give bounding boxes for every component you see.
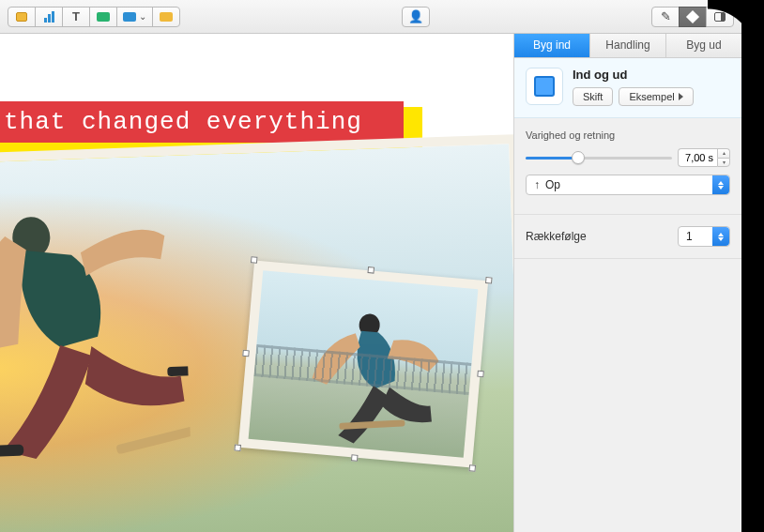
insert-text-button[interactable]: T	[62, 7, 90, 27]
svg-rect-1	[167, 366, 191, 376]
order-select[interactable]: 1	[678, 226, 730, 247]
format-inspector-button[interactable]: ✎	[651, 7, 680, 27]
tab-action[interactable]: Handling	[590, 34, 666, 57]
collaborate-button[interactable]: 👤	[402, 7, 430, 27]
effect-name: Ind og ud	[573, 68, 730, 82]
toolbar: T ⌄ 👤 ✎	[0, 0, 741, 34]
insert-chart-button[interactable]	[35, 7, 63, 27]
effect-summary: Ind og ud Skift Eksempel	[514, 58, 741, 118]
order-label: Rækkefølge	[526, 230, 587, 243]
svg-rect-2	[0, 445, 23, 457]
direction-select[interactable]: ↑ Op	[526, 175, 730, 195]
duration-slider[interactable]	[526, 150, 672, 165]
insert-shape-button[interactable]	[89, 7, 117, 27]
select-arrows-icon	[712, 227, 729, 246]
tab-build-in[interactable]: Byg ind	[514, 34, 590, 57]
effect-thumbnail-icon	[526, 68, 563, 105]
skater-figure	[0, 193, 191, 464]
animate-inspector-button[interactable]	[679, 7, 707, 27]
insert-table-button[interactable]	[8, 7, 36, 27]
section-header-duration: Varighed og retning	[526, 129, 730, 141]
arrow-up-icon: ↑	[534, 178, 540, 191]
diamond-icon	[686, 9, 699, 23]
play-icon	[679, 93, 683, 100]
svg-rect-3	[115, 420, 191, 454]
brush-icon: ✎	[661, 9, 671, 23]
stepper-up[interactable]: ▴	[717, 148, 730, 158]
photo-secondary[interactable]	[238, 260, 488, 467]
person-icon: 👤	[408, 9, 423, 23]
inspector-panel: Byg ind Handling Byg ud Ind og ud Skift …	[513, 34, 741, 532]
change-effect-button[interactable]: Skift	[573, 87, 613, 106]
order-section: Rækkefølge 1	[514, 215, 741, 259]
select-arrows-icon	[712, 175, 729, 194]
preview-effect-button[interactable]: Eksempel	[619, 87, 693, 106]
duration-stepper[interactable]: ▴▾	[678, 148, 730, 167]
duration-direction-section: Varighed og retning ▴▾ ↑ Op	[514, 118, 741, 215]
slide-headline[interactable]: that changed everything	[0, 101, 404, 143]
chevron-down-icon: ⌄	[139, 11, 146, 22]
insert-media-button[interactable]: ⌄	[116, 7, 153, 27]
stepper-down[interactable]: ▾	[717, 158, 730, 168]
insert-comment-button[interactable]	[152, 7, 180, 27]
duration-input[interactable]	[678, 148, 717, 167]
slide-canvas[interactable]: that changed everything	[0, 34, 513, 532]
